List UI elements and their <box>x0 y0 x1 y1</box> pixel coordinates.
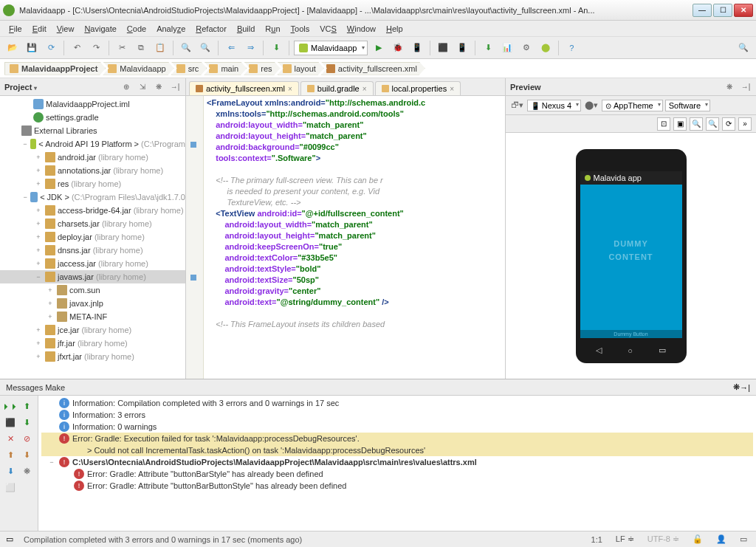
hide-icon[interactable]: →| <box>169 81 181 93</box>
tree-item[interactable]: External Libraries <box>0 124 185 137</box>
api-icon[interactable]: ⬤▾ <box>583 97 599 114</box>
settings-gear-icon[interactable]: ❋ <box>153 81 165 93</box>
mem-icon[interactable]: ▭ <box>737 534 750 544</box>
undo-icon[interactable]: ↶ <box>69 40 85 56</box>
tree-item[interactable]: −javaws.jar (library home) <box>0 270 185 283</box>
tree-item[interactable]: +charsets.jar (library home) <box>0 217 185 230</box>
line-ending[interactable]: LF ≑ <box>613 534 637 544</box>
crumb-module[interactable]: Malavidaapp <box>103 62 173 75</box>
search-icon[interactable]: 🔍 <box>735 40 752 56</box>
render-select[interactable]: Software <box>665 100 710 111</box>
message-row[interactable]: > Could not call IncrementalTask.taskAct… <box>41 444 753 456</box>
menu-window[interactable]: Window <box>343 23 380 35</box>
crumb-project[interactable]: MalavidaappProject <box>4 62 106 75</box>
menu-refactor[interactable]: Refactor <box>191 23 231 35</box>
redo-icon[interactable]: ↷ <box>88 40 104 56</box>
expand-icon[interactable]: ❋ <box>20 464 35 478</box>
menu-file[interactable]: File <box>4 23 27 35</box>
tree-item[interactable]: settings.gradle <box>0 111 185 124</box>
save-icon[interactable]: 💾 <box>24 40 40 56</box>
tab-close-icon[interactable]: × <box>362 85 367 93</box>
tree-item[interactable]: +jfxrt.jar (library home) <box>0 350 185 363</box>
find-icon[interactable]: 🔍 <box>178 40 194 56</box>
debug-icon[interactable]: 🐞 <box>390 40 406 56</box>
orientation-icon[interactable]: 🗗▾ <box>509 97 525 114</box>
tab-close-icon[interactable]: × <box>450 85 454 93</box>
crumb-main[interactable]: main <box>204 62 247 75</box>
up-icon[interactable]: ⬆ <box>20 399 35 413</box>
import-icon[interactable]: ⬇ <box>20 447 35 462</box>
make-icon[interactable]: ⬇ <box>268 40 284 56</box>
zoom-fit-icon[interactable]: ⊡ <box>657 117 670 131</box>
tree-item[interactable]: +access-bridge-64.jar (library home) <box>0 204 185 217</box>
zoom-actual-icon[interactable]: ▣ <box>673 117 687 131</box>
sync-icon[interactable]: ⟳ <box>43 40 59 56</box>
code-editor[interactable]: <FrameLayout xmlns:android="http://schem… <box>204 96 505 379</box>
crumb-res[interactable]: res <box>244 62 280 75</box>
tree-item[interactable]: +deploy.jar (library home) <box>0 230 185 244</box>
rerun-icon[interactable]: ⏵⏵ <box>3 399 18 413</box>
preview-hide-icon[interactable]: →| <box>740 81 752 93</box>
back-icon[interactable]: ⇐ <box>223 40 239 56</box>
tree-item[interactable]: −< JDK > (C:\Program Files\Java\jdk1.7.0 <box>0 190 185 204</box>
menu-vcs[interactable]: VCS <box>315 23 341 35</box>
avd-icon[interactable]: 📱 <box>454 40 470 56</box>
theme-select[interactable]: ⊙ AppTheme <box>602 100 663 111</box>
menu-view[interactable]: View <box>52 23 79 35</box>
menu-help[interactable]: Help <box>382 23 408 35</box>
tree-item[interactable]: +META-INF <box>0 310 185 323</box>
tree-item[interactable]: −< Android API 19 Platform > (C:\Program <box>0 137 185 151</box>
message-row[interactable]: !Error: Gradle: Execution failed for tas… <box>41 433 753 444</box>
attach-icon[interactable]: 📱 <box>409 40 425 56</box>
message-row[interactable]: !Error: Gradle: Attribute "buttonBarButt… <box>41 480 753 492</box>
collapse2-icon[interactable]: ⬜ <box>3 480 18 495</box>
messages-settings-icon[interactable]: ❋ <box>733 382 740 392</box>
collapse-icon[interactable]: ⇲ <box>137 81 148 93</box>
message-row[interactable]: iInformation: 0 warnings <box>41 421 753 433</box>
crumb-layout[interactable]: layout <box>278 62 324 75</box>
paste-icon[interactable]: 📋 <box>152 40 168 56</box>
export-icon[interactable]: ⬆ <box>3 447 18 462</box>
prev-icon[interactable]: ⬇ <box>3 464 18 478</box>
stop2-icon[interactable]: ⬛ <box>3 415 18 430</box>
editor-tab[interactable]: activity_fullscreen.xml× <box>189 81 299 95</box>
forward-icon[interactable]: ⇒ <box>242 40 258 56</box>
menu-tools[interactable]: Tools <box>286 23 315 35</box>
more-icon[interactable]: » <box>738 117 752 131</box>
caret-pos[interactable]: 1:1 <box>588 535 605 544</box>
stop-icon[interactable]: ⬛ <box>435 40 451 56</box>
editor-tab[interactable]: local.properties× <box>375 81 461 95</box>
lock-icon[interactable]: 🔓 <box>690 534 706 544</box>
messages-hide-icon[interactable]: →| <box>740 383 750 392</box>
settings-icon[interactable]: ⚙ <box>518 40 535 56</box>
preview-settings-icon[interactable]: ❋ <box>724 81 735 93</box>
android-icon[interactable]: ⬤ <box>537 40 554 56</box>
menu-analyze[interactable]: Analyze <box>152 23 190 35</box>
hector-icon[interactable]: 👤 <box>713 534 729 544</box>
tree-item[interactable]: +jfr.jar (library home) <box>0 337 185 350</box>
tree-item[interactable]: +jce.jar (library home) <box>0 323 185 337</box>
tree-item[interactable]: +annotations.jar (library home) <box>0 164 185 177</box>
menu-code[interactable]: Code <box>123 23 151 35</box>
copy-icon[interactable]: ⧉ <box>133 40 149 56</box>
help-icon[interactable]: ? <box>563 40 580 56</box>
editor-gutter[interactable] <box>186 96 204 379</box>
monitor-icon[interactable]: 📊 <box>499 40 515 56</box>
messages-list[interactable]: iInformation: Compilation completed with… <box>38 396 756 531</box>
filter-icon[interactable]: ⊘ <box>20 431 35 446</box>
menu-edit[interactable]: Edit <box>28 23 51 35</box>
sdk-icon[interactable]: ⬇ <box>480 40 496 56</box>
run-icon[interactable]: ▶ <box>371 40 387 56</box>
device-select[interactable]: 📱 Nexus 4 <box>527 100 581 111</box>
message-row[interactable]: −!C:\Users\Ontecnia\AndroidStudioProject… <box>41 456 753 468</box>
encoding[interactable]: UTF-8 ≑ <box>645 534 682 544</box>
tab-close-icon[interactable]: × <box>288 85 292 93</box>
project-view-select[interactable]: Project <box>4 83 116 92</box>
tree-item[interactable]: +javax.jnlp <box>0 297 185 310</box>
run-config-select[interactable]: Malavidaapp <box>294 41 368 55</box>
replace-icon[interactable]: 🔍 <box>197 40 213 56</box>
project-tree[interactable]: MalavidaappProject.imlsettings.gradleExt… <box>0 96 185 379</box>
message-row[interactable]: iInformation: 3 errors <box>41 409 753 421</box>
down-icon[interactable]: ⬇ <box>20 415 35 430</box>
tree-item[interactable]: +com.sun <box>0 283 185 297</box>
